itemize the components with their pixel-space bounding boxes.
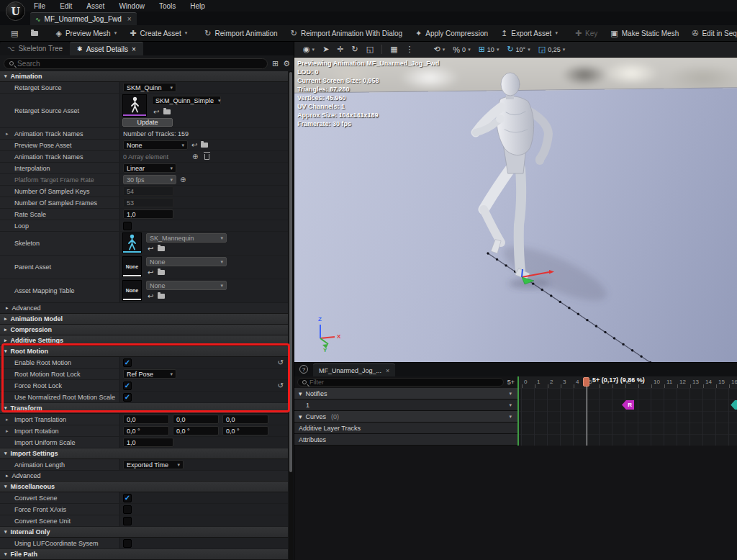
- checkbox[interactable]: [123, 505, 132, 514]
- category-miscellaneous[interactable]: ▾Miscellaneous: [0, 482, 288, 492]
- world-local-icon[interactable]: ⟲▾: [431, 45, 448, 54]
- track-filter-input[interactable]: Filter: [297, 378, 504, 387]
- asset-thumbnail[interactable]: [122, 94, 147, 117]
- menu-asset[interactable]: Asset: [80, 1, 111, 11]
- checkbox[interactable]: ✓: [123, 358, 132, 367]
- use-selected-icon[interactable]: ↩: [148, 245, 153, 253]
- track-curves[interactable]: ▾Curves(0)▾: [294, 411, 517, 423]
- track-1[interactable]: 1▾: [294, 399, 517, 411]
- grid-view-icon[interactable]: ⊞: [272, 59, 279, 68]
- menu-tools[interactable]: Tools: [153, 1, 182, 11]
- checkbox[interactable]: ✓: [123, 494, 132, 502]
- select-tool-icon[interactable]: ➤: [320, 45, 332, 54]
- category-animation[interactable]: ▾Animation: [0, 71, 288, 82]
- asset-editor-tab[interactable]: ∿ MF_Unarmed_Jog_Fwd ×: [30, 12, 137, 25]
- reimport-animation-button[interactable]: ↻Reimport Animation: [198, 25, 284, 42]
- reimport-animation-dialog-button[interactable]: ↻Reimport Animation With Dialog: [284, 25, 409, 42]
- use-selected-icon[interactable]: ↩: [148, 292, 153, 300]
- menu-window[interactable]: Window: [112, 1, 151, 11]
- caret-right-icon[interactable]: ▸: [6, 417, 9, 423]
- browse-to-asset-icon[interactable]: [163, 109, 171, 114]
- viewport-canvas[interactable]: Z X Y Previewing Animation MF_Unarmed_Jo…: [294, 58, 737, 362]
- dropdown[interactable]: SKM_Quinn▾: [123, 83, 176, 92]
- dropdown[interactable]: SKM_Quinn_Simple▾: [152, 96, 221, 105]
- number-field[interactable]: 0,0: [123, 415, 169, 424]
- browse-to-asset-icon[interactable]: [158, 270, 165, 275]
- chevron-down-icon[interactable]: ▾: [509, 414, 512, 420]
- subcategory-advanced[interactable]: ▸Advanced: [0, 471, 288, 482]
- add-icon[interactable]: ⊕: [180, 176, 186, 184]
- asset-thumbnail[interactable]: None: [122, 280, 142, 301]
- rotation-snap[interactable]: ↻10°▾: [504, 45, 533, 54]
- subcategory-advanced[interactable]: ▸Advanced: [0, 303, 288, 314]
- rotate-tool-icon[interactable]: ↻: [349, 45, 361, 54]
- save-button[interactable]: ▤: [4, 25, 24, 42]
- search-input[interactable]: Search: [4, 58, 268, 69]
- scale-tool-icon[interactable]: ◱: [363, 45, 376, 54]
- scrollbar-thumb[interactable]: [289, 72, 292, 472]
- track-additive-layer-tracks[interactable]: Additive Layer Tracks: [294, 423, 517, 434]
- browse-to-asset-icon[interactable]: [158, 294, 165, 299]
- tab-skeleton-tree[interactable]: ⌥ Skeleton Tree: [0, 42, 70, 55]
- category-additive-settings[interactable]: ▸Additive Settings: [0, 335, 288, 346]
- menu-file[interactable]: File: [27, 1, 52, 11]
- more-options-icon[interactable]: ⋮: [403, 45, 417, 54]
- use-selected-icon[interactable]: ↩: [153, 108, 159, 116]
- delete-icon[interactable]: [204, 154, 209, 160]
- create-asset-button[interactable]: ✚Create Asset▾: [123, 25, 194, 42]
- number-field[interactable]: 0,0: [222, 415, 268, 424]
- preview-mesh-button[interactable]: ◈Preview Mesh▾: [49, 25, 123, 42]
- caret-down-icon[interactable]: ▾: [299, 413, 302, 420]
- number-field[interactable]: 0,0 °: [222, 426, 268, 435]
- grid-snap[interactable]: ⊞10▾: [476, 45, 502, 54]
- tab-asset-details[interactable]: ✱ Asset Details ×: [70, 42, 143, 55]
- menu-edit[interactable]: Edit: [53, 1, 78, 11]
- dropdown[interactable]: Exported Time▾: [123, 460, 184, 469]
- checkbox[interactable]: [123, 222, 132, 230]
- close-icon[interactable]: ×: [386, 367, 389, 374]
- edit-in-sequencer-button[interactable]: ✇Edit in Sequencer▾: [685, 25, 737, 42]
- scale-snap[interactable]: ◲0,25▾: [535, 45, 568, 54]
- reset-to-default-icon[interactable]: ↺: [278, 358, 284, 366]
- number-field[interactable]: 1,0: [123, 438, 173, 447]
- category-compression[interactable]: ▸Compression: [0, 325, 288, 335]
- dropdown[interactable]: None▾: [123, 140, 188, 150]
- category-file-path[interactable]: ▾File Path: [0, 549, 288, 560]
- make-static-mesh-button[interactable]: ▣Make Static Mesh: [604, 25, 685, 42]
- close-icon[interactable]: ×: [132, 45, 136, 53]
- use-selected-icon[interactable]: ↩: [148, 268, 153, 276]
- category-transform[interactable]: ▾Transform: [0, 403, 288, 414]
- checkbox[interactable]: [123, 517, 132, 525]
- export-asset-button[interactable]: ↥Export Asset▾: [494, 25, 564, 42]
- category-internal-only[interactable]: ▾Internal Only: [0, 527, 288, 538]
- asset-thumbnail[interactable]: None: [122, 256, 142, 277]
- track-attributes[interactable]: Attributes: [294, 434, 517, 446]
- help-icon[interactable]: ?: [299, 365, 308, 374]
- add-element-icon[interactable]: ⊕: [192, 153, 198, 161]
- track-notifies[interactable]: ▾Notifies▾: [294, 388, 517, 399]
- dropdown[interactable]: Ref Pose▾: [123, 369, 176, 379]
- browse-to-asset-icon[interactable]: [201, 143, 208, 148]
- percent-snap[interactable]: %0▾: [450, 45, 473, 54]
- checkbox[interactable]: ✓: [123, 393, 132, 402]
- caret-right-icon[interactable]: ▸: [6, 131, 9, 137]
- close-icon[interactable]: ×: [127, 15, 132, 23]
- dropdown[interactable]: Linear▾: [123, 163, 176, 173]
- details-scrollbar[interactable]: [289, 71, 293, 560]
- playhead-handle[interactable]: [583, 377, 589, 387]
- checkbox[interactable]: [123, 539, 132, 548]
- camera-mode-icon[interactable]: ◉▾: [300, 45, 317, 54]
- chevron-down-icon[interactable]: ▾: [509, 391, 512, 397]
- category-root-motion[interactable]: ▾Root Motion: [0, 346, 288, 357]
- apply-compression-button[interactable]: ✦Apply Compression: [409, 25, 494, 42]
- reset-to-default-icon[interactable]: ↺: [278, 381, 284, 389]
- category-animation-model[interactable]: ▸Animation Model: [0, 314, 288, 325]
- settings-gear-icon[interactable]: ⚙: [283, 59, 290, 68]
- unreal-logo[interactable]: U: [6, 1, 25, 21]
- use-selected-icon[interactable]: ↩: [191, 141, 197, 149]
- asset-thumbnail[interactable]: [122, 232, 142, 253]
- menu-help[interactable]: Help: [184, 1, 212, 11]
- checkbox[interactable]: ✓: [123, 381, 132, 390]
- surface-snap-icon[interactable]: ▦: [387, 45, 400, 54]
- browse-content-button[interactable]: [24, 25, 45, 42]
